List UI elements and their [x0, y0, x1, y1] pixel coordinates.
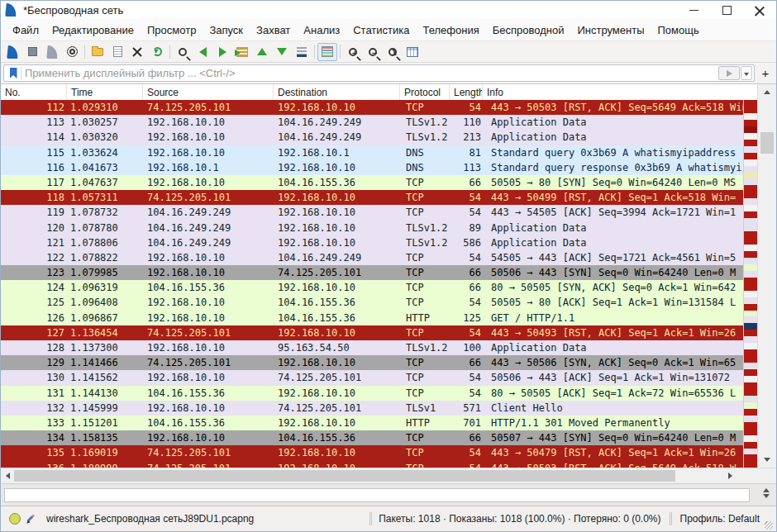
column-header-no[interactable]: No. [1, 84, 67, 100]
go-to-packet-button[interactable] [232, 43, 252, 61]
menu-item-10[interactable]: Помощь [651, 21, 706, 39]
resize-grip[interactable] [765, 521, 773, 530]
packet-row-129[interactable]: 1291.14146674.125.205.101192.168.10.10TC… [1, 355, 744, 370]
zoom-out-button[interactable]: − [363, 43, 383, 61]
cell-time: 1.057311 [67, 190, 143, 205]
cell-src: 74.125.205.101 [143, 100, 274, 115]
scroll-down-button[interactable] [758, 454, 776, 466]
filter-history-dropdown[interactable] [741, 66, 752, 80]
go-forward-button[interactable] [212, 43, 232, 61]
cell-len: 66 [450, 430, 483, 445]
filter-bookmark-button[interactable] [6, 67, 21, 80]
vertical-scrollbar[interactable] [757, 84, 776, 468]
minimize-button[interactable] [677, 1, 710, 19]
apply-filter-button[interactable] [718, 66, 740, 80]
packet-row-116[interactable]: 1161.041673192.168.10.1192.168.10.10DNS1… [1, 160, 744, 175]
packet-row-118[interactable]: 1181.05731174.125.205.101192.168.10.10TC… [1, 190, 744, 205]
minimap-stripe [744, 356, 758, 363]
pane-splitter-handle[interactable] [763, 488, 770, 498]
packet-row-121[interactable]: 1211.078806104.16.249.249192.168.10.10TL… [1, 235, 744, 250]
packet-row-112[interactable]: 1121.02931074.125.205.101192.168.10.10TC… [1, 100, 744, 115]
display-filter-input[interactable] [21, 66, 718, 81]
resize-columns-button[interactable] [403, 43, 422, 61]
packet-row-119[interactable]: 1191.078732104.16.249.249192.168.10.10TC… [1, 205, 744, 220]
packet-row-135[interactable]: 1351.16901974.125.205.101192.168.10.10TC… [1, 445, 744, 460]
cell-src: 74.125.205.101 [143, 325, 274, 340]
add-filter-button[interactable]: + [757, 65, 774, 81]
packet-row-115[interactable]: 1151.033624192.168.10.10192.168.10.1DNS8… [1, 145, 744, 160]
packet-row-132[interactable]: 1321.145999192.168.10.1074.125.205.101TL… [1, 401, 744, 416]
colorize-packets-button[interactable] [317, 43, 337, 61]
cell-len: 54 [450, 370, 483, 385]
packet-row-114[interactable]: 1141.030320192.168.10.10104.16.249.249TL… [1, 130, 744, 145]
start-capture-button[interactable] [2, 43, 22, 61]
menu-item-0[interactable]: Файл [6, 21, 45, 39]
save-file-button[interactable] [107, 43, 127, 61]
menu-item-8[interactable]: Беспроводной [486, 21, 571, 39]
restart-capture-button[interactable] [42, 43, 62, 61]
cell-info: 443 → 50503 [RST, ACK] Seq=5649 Ack=518 … [483, 461, 744, 468]
menu-item-4[interactable]: Захват [250, 21, 297, 39]
capture-options-button[interactable] [62, 43, 82, 61]
find-packet-button[interactable] [173, 43, 193, 61]
packet-row-130[interactable]: 1301.141562192.168.10.1074.125.205.101TC… [1, 370, 744, 385]
zoom-in-button[interactable]: + [343, 43, 363, 61]
menu-item-9[interactable]: Инструменты [570, 21, 651, 39]
reload-file-button[interactable] [147, 43, 167, 61]
packet-row-117[interactable]: 1171.047637192.168.10.10104.16.155.36TCP… [1, 175, 744, 190]
scroll-up-button[interactable] [758, 86, 776, 98]
autoscroll-icon [297, 47, 307, 57]
statusbar-divider [670, 512, 670, 525]
packet-row-131[interactable]: 1311.144130104.16.155.36192.168.10.10TCP… [1, 386, 744, 401]
packet-row-113[interactable]: 1131.030257192.168.10.10104.16.249.249TL… [1, 115, 744, 130]
horizontal-scrollbar[interactable] [1, 468, 776, 483]
menu-item-3[interactable]: Запуск [203, 21, 250, 39]
column-header-source[interactable]: Source [143, 84, 274, 100]
packet-row-123[interactable]: 1231.079985192.168.10.1074.125.205.101TC… [1, 265, 744, 280]
zoom-reset-button[interactable]: 1 [383, 43, 403, 61]
packet-row-128[interactable]: 1281.137300192.168.10.1095.163.54.50TLSv… [1, 340, 744, 355]
column-header-info[interactable]: Info [483, 84, 758, 100]
scroll-right-button[interactable] [723, 468, 736, 483]
menu-item-6[interactable]: Статистика [346, 21, 416, 39]
packet-row-136[interactable]: 1361.18099974.125.205.101192.168.10.10TC… [1, 461, 744, 468]
packet-rows: 1121.02931074.125.205.101192.168.10.10TC… [1, 100, 744, 468]
cell-no: 122 [1, 250, 67, 265]
cell-len: 125 [450, 311, 483, 325]
autoscroll-button[interactable] [292, 43, 312, 61]
go-to-bottom-button[interactable] [272, 43, 292, 61]
packet-row-133[interactable]: 1331.151201104.16.155.36192.168.10.10HTT… [1, 416, 744, 430]
packet-row-125[interactable]: 1251.096408192.168.10.10104.16.155.36TCP… [1, 295, 744, 310]
packet-row-127[interactable]: 1271.13645474.125.205.101192.168.10.10TC… [1, 325, 744, 340]
scroll-left-button[interactable] [1, 468, 14, 483]
cell-len: 110 [450, 115, 483, 130]
open-file-button[interactable] [88, 43, 107, 61]
horizontal-scroll-thumb[interactable] [14, 470, 675, 482]
intelligent-scrollbar-minimap[interactable] [743, 100, 758, 468]
menu-item-7[interactable]: Телефония [416, 21, 485, 39]
close-file-button[interactable] [127, 43, 147, 61]
column-header-protocol[interactable]: Protocol [400, 84, 450, 100]
packet-row-124[interactable]: 1241.096319104.16.155.36192.168.10.10TCP… [1, 280, 744, 295]
column-header-length[interactable]: Length [450, 84, 483, 100]
vertical-scroll-thumb[interactable] [760, 132, 774, 154]
capture-comment-icon[interactable] [26, 514, 36, 525]
maximize-button[interactable] [710, 1, 743, 19]
column-header-destination[interactable]: Destination [274, 84, 400, 100]
menu-item-5[interactable]: Анализ [297, 21, 346, 39]
expert-info-icon[interactable] [9, 513, 21, 525]
column-header-time[interactable]: Time [67, 84, 143, 100]
profile-label[interactable]: Профиль: Default [675, 513, 765, 525]
packet-row-134[interactable]: 1341.158135192.168.10.10104.16.155.36TCP… [1, 430, 744, 445]
packet-row-122[interactable]: 1221.078822192.168.10.10104.16.249.249TC… [1, 250, 744, 265]
minimap-stripe [744, 389, 758, 396]
stop-capture-button[interactable] [22, 43, 42, 61]
menu-item-2[interactable]: Просмотр [141, 21, 203, 39]
go-to-top-button[interactable] [252, 43, 272, 61]
close-button[interactable] [743, 1, 776, 19]
go-back-button[interactable] [193, 43, 212, 61]
cell-dst: 192.168.10.10 [274, 190, 400, 205]
packet-row-126[interactable]: 1261.096867192.168.10.10104.16.155.36HTT… [1, 311, 744, 325]
packet-row-120[interactable]: 1201.078780104.16.249.249192.168.10.10TL… [1, 221, 744, 235]
menu-item-1[interactable]: Редактирование [45, 21, 141, 39]
